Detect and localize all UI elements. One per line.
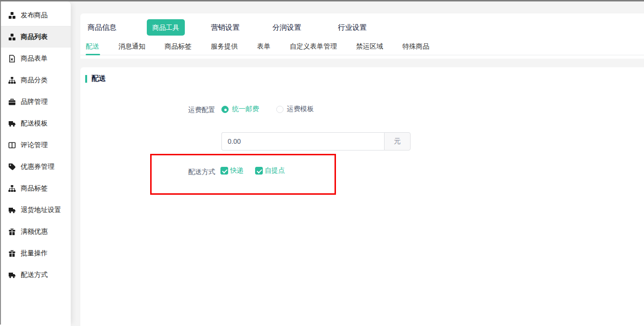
sidebar-item-label: 优惠券管理: [21, 163, 54, 171]
radio-label: 运费模板: [287, 105, 314, 113]
sidebar-item-11[interactable]: 批量操作: [0, 242, 71, 264]
sitemap-icon: [8, 76, 16, 84]
header-panel: 商品信息商品工具营销设置分润设置行业设置 配送消息通知商品标签服务提供表单自定义…: [80, 13, 644, 59]
postage-input[interactable]: [221, 132, 384, 150]
delivery-checkbox-group: 快递自提点: [220, 166, 296, 175]
sidebar-item-label: 品牌管理: [21, 98, 48, 106]
cubes-icon: [8, 12, 16, 19]
content-panel: 配送 运费配置 统一邮费运费模板 元 配送方式 快递自提点: [80, 67, 644, 326]
main-tabs: 商品信息商品工具营销设置分润设置行业设置: [87, 19, 368, 36]
sidebar-item-label: 评论管理: [21, 141, 48, 150]
briefcase-icon: [8, 98, 16, 106]
sidebar-item-label: 商品分类: [21, 76, 48, 85]
sidebar-item-12[interactable]: 配送方式: [0, 264, 71, 286]
delivery-method-label: 配送方式: [80, 168, 215, 176]
gift-icon: [8, 228, 16, 236]
tab-4[interactable]: 行业设置: [337, 19, 368, 36]
sidebar-item-0[interactable]: 发布商品: [0, 4, 71, 26]
tab-0[interactable]: 商品信息: [87, 19, 117, 36]
tag-icon: [8, 163, 16, 171]
sidebar-item-8[interactable]: 商品标签: [0, 177, 71, 199]
sidebar-item-label: 批量操作: [21, 249, 48, 258]
radio-circle-icon[interactable]: [221, 106, 229, 113]
delivery-checkbox-1[interactable]: 自提点: [255, 166, 285, 175]
subtab-1[interactable]: 消息通知: [118, 40, 145, 55]
section-title: 配送: [91, 74, 106, 83]
sidebar-item-2[interactable]: 商品表单: [0, 48, 71, 69]
sidebar-item-6[interactable]: 评论管理: [0, 134, 71, 156]
section-header: 配送: [85, 74, 106, 83]
checkbox-label: 快递: [230, 166, 244, 175]
sidebar-item-label: 配送方式: [21, 271, 48, 279]
sidebar-item-label: 退货地址设置: [21, 206, 61, 214]
subtab-0[interactable]: 配送: [86, 40, 99, 55]
sidebar-item-4[interactable]: 品牌管理: [0, 91, 71, 113]
file-form-icon: [8, 55, 16, 63]
sidebar-item-9[interactable]: 退货地址设置: [0, 199, 71, 221]
tab-3[interactable]: 分润设置: [271, 19, 302, 36]
sidebar-item-label: 商品列表: [21, 33, 48, 41]
columns-icon: [8, 141, 16, 149]
top-edge-strip: [0, 0, 644, 1]
tab-2[interactable]: 营销设置: [210, 19, 241, 36]
truck-icon: [8, 206, 16, 214]
sidebar-item-10[interactable]: 满额优惠: [0, 221, 71, 242]
sidebar-item-5[interactable]: 配送模板: [0, 113, 71, 134]
subtab-5[interactable]: 自定义表单管理: [290, 40, 337, 55]
sidebar: 发布商品商品列表商品表单商品分类品牌管理配送模板评论管理优惠券管理商品标签退货地…: [0, 1, 71, 326]
subtab-4[interactable]: 表单: [257, 40, 270, 55]
subtab-7[interactable]: 特殊商品: [402, 40, 429, 55]
sidebar-item-7[interactable]: 优惠券管理: [0, 156, 71, 177]
section-accent-bar: [85, 75, 87, 83]
cubes-icon: [8, 33, 16, 41]
gift-icon: [8, 250, 16, 257]
left-edge-strip: [0, 1, 1, 325]
tab-1[interactable]: 商品工具: [147, 19, 185, 36]
sidebar-item-label: 满额优惠: [21, 227, 48, 236]
sidebar-item-label: 配送模板: [21, 119, 48, 128]
freight-radio-0[interactable]: 统一邮费: [221, 105, 259, 113]
checkbox-check-icon[interactable]: [220, 167, 228, 175]
radio-label: 统一邮费: [232, 105, 259, 113]
postage-unit-addon: 元: [384, 132, 411, 150]
freight-radio-1[interactable]: 运费模板: [276, 105, 314, 113]
admin-page: 发布商品商品列表商品表单商品分类品牌管理配送模板评论管理优惠券管理商品标签退货地…: [0, 0, 644, 326]
freight-config-label: 运费配置: [80, 106, 215, 114]
sidebar-item-1[interactable]: 商品列表: [0, 26, 71, 48]
subtab-2[interactable]: 商品标签: [165, 40, 192, 55]
radio-circle-icon[interactable]: [276, 106, 283, 113]
checkbox-label: 自提点: [265, 166, 285, 175]
subtab-3[interactable]: 服务提供: [211, 40, 238, 55]
truck-icon: [8, 120, 16, 127]
truck-icon: [8, 271, 16, 279]
subtab-6[interactable]: 禁运区域: [356, 40, 383, 55]
postage-input-group: 元: [221, 132, 411, 150]
delivery-checkbox-0[interactable]: 快递: [220, 166, 244, 175]
sidebar-item-3[interactable]: 商品分类: [0, 69, 71, 91]
freight-radio-group: 统一邮费运费模板: [221, 105, 331, 113]
sitemap-icon: [8, 185, 16, 192]
checkbox-check-icon[interactable]: [255, 167, 263, 175]
sidebar-item-label: 商品表单: [21, 54, 48, 63]
sub-tabs: 配送消息通知商品标签服务提供表单自定义表单管理禁运区域特殊商品: [80, 40, 644, 55]
sidebar-item-label: 商品标签: [21, 184, 48, 193]
sidebar-item-label: 发布商品: [21, 11, 48, 20]
